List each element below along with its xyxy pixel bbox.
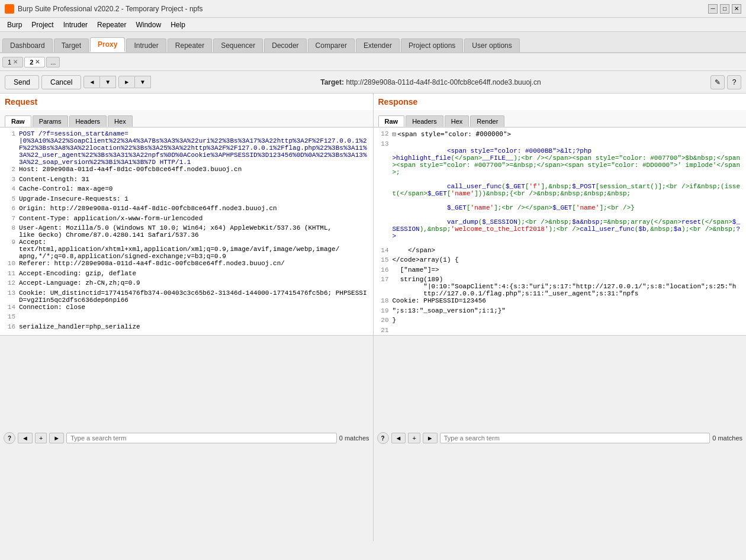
line-content-16: serialize_handler=php_serialize (19, 323, 371, 333)
request-search-input[interactable] (66, 433, 337, 443)
menu-window[interactable]: Window (131, 20, 166, 30)
maximize-button[interactable]: □ (720, 4, 729, 14)
tab-intruder[interactable]: Intruder (126, 38, 166, 52)
window-title: Burp Suite Professional v2020.2 - Tempor… (18, 5, 203, 13)
nav-prev: ◄ ▼ (83, 76, 116, 88)
line-content-5: Upgrade-Insecure-Requests: 1 (19, 195, 371, 205)
sub-tab-1-label: 1 (8, 59, 11, 66)
response-tab-raw[interactable]: Raw (378, 115, 405, 127)
cancel-button[interactable]: Cancel (41, 75, 81, 89)
response-title: Response (374, 94, 747, 110)
edit-target-button[interactable]: ✎ (710, 75, 725, 89)
resp-line-content-20: } (393, 317, 744, 327)
response-line-21: 21 (376, 327, 744, 335)
line-content-13: Cookie: UM_distinctid=177415476fb374-004… (19, 289, 371, 304)
menu-repeater[interactable]: Repeater (92, 20, 131, 30)
menu-burp[interactable]: Burp (2, 20, 27, 30)
response-prev-match[interactable]: ◄ (391, 433, 406, 443)
minimize-button[interactable]: ─ (708, 4, 718, 14)
request-line-15: 15 (2, 313, 371, 323)
sub-tab-2-label: 2 (30, 59, 33, 66)
sub-tab-bar: 1 ✕ 2 ✕ ... (0, 53, 746, 71)
request-tab-raw[interactable]: Raw (5, 115, 31, 127)
line-content-6: Origin: http://289e908a-011d-4a4f-8d1c-0… (19, 205, 371, 215)
request-tab-hex[interactable]: Hex (108, 115, 133, 127)
menu-help[interactable]: Help (166, 20, 190, 30)
menu-project[interactable]: Project (27, 20, 58, 30)
tab-target[interactable]: Target (54, 38, 89, 52)
request-line-8: 8 User-Agent: Mozilla/5.0 (Windows NT 10… (2, 224, 371, 239)
line-num-9: 9 (2, 239, 19, 260)
help-target-button[interactable]: ? (727, 75, 741, 89)
request-line-13: 13 Cookie: UM_distinctid=177415476fb374-… (2, 289, 371, 304)
sub-tab-1[interactable]: 1 ✕ (2, 57, 23, 67)
response-next-match[interactable]: ► (423, 433, 438, 443)
resp-line-content-13: <span style="color: #0000BB">&lt;?php>hi… (393, 140, 744, 247)
request-line-1: 1 POST /?f=session_start&name= |0%3A10%3… (2, 130, 371, 166)
resp-expand-12[interactable]: ⊟ (393, 130, 397, 140)
prev-button[interactable]: ◄ (83, 76, 100, 88)
request-tab-params[interactable]: Params (33, 115, 68, 127)
tab-extender[interactable]: Extender (356, 38, 400, 52)
line-num-13: 13 (2, 289, 19, 304)
prev-drop-button[interactable]: ▼ (100, 76, 116, 88)
sub-tab-more[interactable]: ... (46, 57, 60, 67)
request-line-14: 14 Connection: close (2, 304, 371, 314)
response-content[interactable]: 12 ⊟ <span style="color: #000000"> 13 <s… (374, 128, 747, 335)
response-search-input[interactable] (440, 433, 710, 443)
line-content-7: Content-Type: application/x-www-form-url… (19, 215, 371, 225)
resp-line-num-17: 17 (376, 276, 393, 297)
menu-bar: Burp Project Intruder Repeater Window He… (0, 18, 746, 32)
send-button[interactable]: Send (5, 75, 39, 89)
response-tab-headers[interactable]: Headers (406, 115, 443, 127)
tab-project-options[interactable]: Project options (401, 38, 463, 52)
target-actions: ✎ ? (710, 75, 741, 89)
resp-line-num-16: 16 (376, 266, 393, 276)
request-tab-headers[interactable]: Headers (69, 115, 107, 127)
app-icon (5, 4, 14, 14)
response-help-button[interactable]: ? (377, 432, 389, 444)
window-controls[interactable]: ─ □ ✕ (708, 4, 741, 14)
response-tab-render[interactable]: Render (470, 115, 504, 127)
resp-line-num-20: 20 (376, 317, 393, 327)
request-line-11: 11 Accept-Encoding: gzip, deflate (2, 270, 371, 280)
request-content[interactable]: 1 POST /?f=session_start&name= |0%3A10%3… (0, 128, 373, 335)
resp-line-content-12: <span style="color: #000000"> (397, 130, 744, 140)
tab-dashboard[interactable]: Dashboard (2, 38, 53, 52)
sub-tab-1-close[interactable]: ✕ (13, 59, 18, 65)
nav-next: ► ▼ (118, 76, 151, 88)
next-drop-button[interactable]: ▼ (135, 76, 151, 88)
request-line-5: 5 Upgrade-Insecure-Requests: 1 (2, 195, 371, 205)
tab-repeater[interactable]: Repeater (168, 38, 212, 52)
resp-line-num-14: 14 (376, 247, 393, 257)
line-content-9: Accept: text/html,application/xhtml+xml,… (19, 239, 371, 260)
line-num-16: 16 (2, 323, 19, 333)
request-next-match[interactable]: ► (49, 433, 64, 443)
menu-intruder[interactable]: Intruder (59, 20, 92, 30)
request-help-button[interactable]: ? (4, 432, 15, 444)
title-bar: Burp Suite Professional v2020.2 - Tempor… (0, 0, 746, 18)
response-add-match[interactable]: + (408, 433, 420, 443)
request-search-bar: ? ◄ + ► 0 matches (0, 335, 373, 542)
sub-tab-2-close[interactable]: ✕ (35, 59, 40, 65)
tab-proxy[interactable]: Proxy (90, 37, 125, 52)
close-button[interactable]: ✕ (732, 4, 741, 14)
tab-user-options[interactable]: User options (464, 38, 519, 52)
response-line-13: 13 <span style="color: #0000BB">&lt;?php… (376, 140, 744, 247)
request-line-6: 6 Origin: http://289e908a-011d-4a4f-8d1c… (2, 205, 371, 215)
resp-line-content-16: ["name"]=> (393, 266, 744, 276)
tab-comparer[interactable]: Comparer (308, 38, 355, 52)
line-content-2: Host: 289e908a-011d-4a4f-8d1c-00fcb8ce64… (19, 166, 371, 176)
tab-sequencer[interactable]: Sequencer (213, 38, 263, 52)
response-search-bar: ? ◄ + ► 0 matches (374, 335, 747, 542)
line-content-12: Accept-Language: zh-CN,zh;q=0.9 (19, 279, 371, 289)
tab-decoder[interactable]: Decoder (264, 38, 306, 52)
target-info: Target: http://289e908a-011d-4a4f-8d1c-0… (153, 78, 708, 86)
line-content-4: Cache-Control: max-age=0 (19, 185, 371, 195)
response-tab-hex[interactable]: Hex (445, 115, 470, 127)
next-button[interactable]: ► (118, 76, 135, 88)
request-add-match[interactable]: + (35, 433, 47, 443)
request-prev-match[interactable]: ◄ (18, 433, 33, 443)
sub-tab-2[interactable]: 2 ✕ (24, 57, 45, 67)
line-num-4: 4 (2, 185, 19, 195)
